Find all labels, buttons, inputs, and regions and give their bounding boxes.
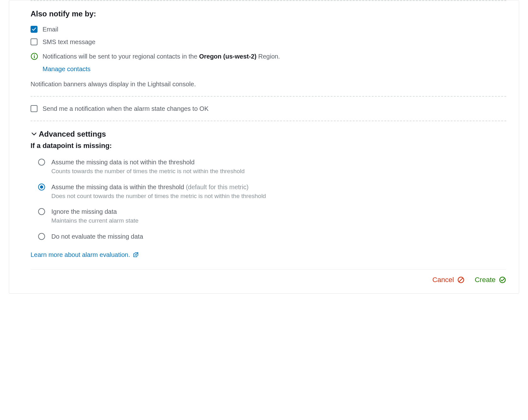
info-prefix: Notifications will be sent to your regio… <box>43 53 199 60</box>
info-icon <box>31 53 38 60</box>
sms-checkbox[interactable] <box>31 38 37 45</box>
region-info-text: Notifications will be sent to your regio… <box>43 52 280 61</box>
radio-row-within: Assume the missing data is within the th… <box>38 183 506 201</box>
radio-desc: Counts towards the number of times the m… <box>51 167 245 176</box>
radio-label: Assume the missing data is within the th… <box>51 183 266 191</box>
radio-desc: Does not count towards the number of tim… <box>51 192 266 201</box>
radio-default-note: (default for this metric) <box>184 184 249 190</box>
ok-notify-row: Send me a notification when the alarm st… <box>31 97 506 121</box>
radio-row-not-within: Assume the missing data is not within th… <box>38 158 506 176</box>
info-region: Oregon (us-west-2) <box>199 53 256 60</box>
notify-heading: Also notify me by: <box>31 9 506 19</box>
divider <box>31 0 506 1</box>
manage-contacts-link[interactable]: Manage contacts <box>43 65 90 73</box>
advanced-title: Advanced settings <box>39 129 106 139</box>
radio-label-text: Assume the missing data is within the th… <box>51 184 184 190</box>
banner-note: Notification banners always display in t… <box>31 80 506 88</box>
radio-row-noeval: Do not evaluate the missing data <box>38 232 506 241</box>
external-link-icon <box>133 252 139 258</box>
email-label: Email <box>43 25 58 34</box>
svg-line-4 <box>459 278 463 282</box>
radio-label-text: Ignore the missing data <box>51 208 117 215</box>
email-checkbox[interactable] <box>31 26 37 33</box>
radio-label: Ignore the missing data <box>51 207 139 216</box>
radio-label: Assume the missing data is not within th… <box>51 158 245 167</box>
cancel-label: Cancel <box>432 276 454 284</box>
cancel-button[interactable]: Cancel <box>432 276 464 284</box>
radio-within[interactable] <box>38 184 45 190</box>
info-suffix: Region. <box>256 53 280 60</box>
svg-point-1 <box>34 54 35 55</box>
create-button[interactable]: Create <box>475 276 506 284</box>
radio-label: Do not evaluate the missing data <box>51 232 143 241</box>
missing-data-radio-group: Assume the missing data is not within th… <box>31 158 506 241</box>
confirm-icon <box>499 276 506 284</box>
svg-point-5 <box>500 277 505 283</box>
ok-notify-checkbox[interactable] <box>31 105 37 112</box>
radio-desc: Maintains the current alarm state <box>51 217 139 225</box>
radio-ignore[interactable] <box>38 208 45 215</box>
advanced-settings-toggle[interactable]: Advanced settings <box>31 129 506 139</box>
learn-link-text: Learn more about alarm evaluation. <box>31 250 130 259</box>
cancel-icon <box>457 276 465 284</box>
chevron-down-icon <box>31 130 37 137</box>
svg-rect-2 <box>34 56 35 58</box>
sms-label: SMS text message <box>43 37 95 46</box>
radio-not-within[interactable] <box>38 159 45 166</box>
radio-label-text: Assume the missing data is not within th… <box>51 159 195 166</box>
ok-notify-label: Send me a notification when the alarm st… <box>43 104 209 113</box>
divider <box>31 121 506 121</box>
radio-row-ignore: Ignore the missing data Maintains the cu… <box>38 207 506 225</box>
missing-data-heading: If a datapoint is missing: <box>31 141 506 151</box>
action-bar: Cancel Create <box>31 269 506 284</box>
email-checkbox-row: Email <box>31 25 506 34</box>
sms-checkbox-row: SMS text message <box>31 37 506 46</box>
learn-more-link[interactable]: Learn more about alarm evaluation. <box>31 250 139 259</box>
alarm-settings-card: Also notify me by: Email SMS text messag… <box>9 0 519 294</box>
radio-label-text: Do not evaluate the missing data <box>51 233 143 240</box>
radio-noeval[interactable] <box>38 233 45 240</box>
check-icon <box>32 27 36 31</box>
region-info-row: Notifications will be sent to your regio… <box>31 52 506 61</box>
create-label: Create <box>475 276 496 284</box>
